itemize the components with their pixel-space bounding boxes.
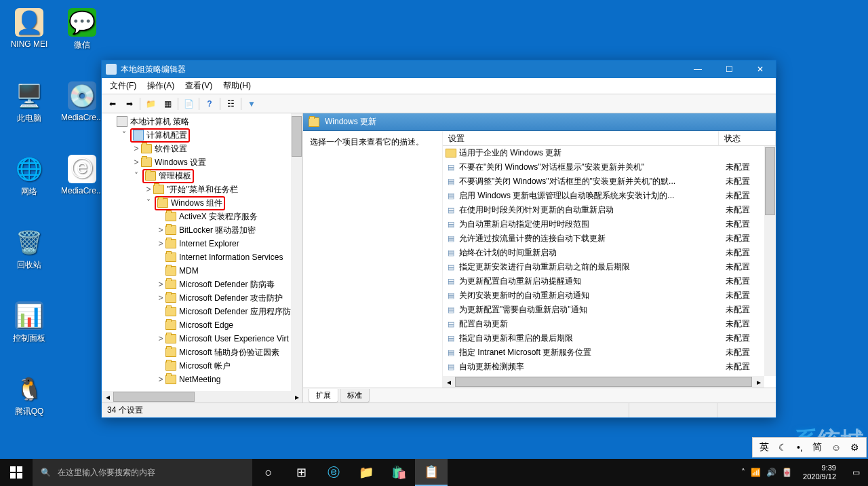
explorer-icon[interactable]: 📁 <box>350 459 382 486</box>
column-headers[interactable]: 设置 状态 <box>443 131 776 146</box>
list-item[interactable]: ▤关闭安装更新时的自动重新启动通知未配置 <box>443 288 776 303</box>
list-item[interactable]: ▤在使用时时段关闭针对更新的自动重新启动未配置 <box>443 203 776 217</box>
volume-icon[interactable]: 🔊 <box>766 468 776 477</box>
tree-item[interactable]: Microsoft 辅助身份验证因素 <box>102 345 302 359</box>
tree-item[interactable]: ˅Windows 组件 <box>102 196 302 210</box>
tree-item[interactable]: Microsoft 帐户 <box>102 359 302 373</box>
list-item[interactable]: ▤允许通过按流量计费的连接自动下载更新未配置 <box>443 231 776 246</box>
tree-item[interactable]: Microsoft Edge <box>102 318 302 332</box>
properties-button[interactable]: ☷ <box>222 96 239 111</box>
taskview-icon[interactable]: ⊞ <box>285 459 317 486</box>
menubar: 文件(F)操作(A)查看(V)帮助(H) <box>102 78 776 94</box>
list-item[interactable]: ▤为更新配置自动重新启动提醒通知未配置 <box>443 274 776 288</box>
detail-header: Windows 更新 <box>303 113 776 131</box>
close-button[interactable]: ✕ <box>745 60 776 78</box>
list-item[interactable]: 适用于企业的 Windows 更新 <box>443 146 776 160</box>
desktop-icon[interactable]: 🐧腾讯QQ <box>4 375 54 417</box>
desktop-icon[interactable]: 🌐网络 <box>4 155 54 198</box>
status-text: 34 个设置 <box>102 403 629 417</box>
tree-item[interactable]: >Windows 设置 <box>102 155 302 169</box>
system-tray[interactable]: ˄ 📶 🔊 🀄 9:39 2020/9/12 ▭ <box>741 464 868 481</box>
desktop-icon[interactable]: 👤NING MEI <box>4 8 54 49</box>
menu-item[interactable]: 查看(V) <box>180 79 218 93</box>
list-item[interactable]: ▤为更新配置"需要自动重新启动"通知未配置 <box>443 303 776 317</box>
menu-item[interactable]: 帮助(H) <box>218 79 256 93</box>
tree-item[interactable]: ActiveX 安装程序服务 <box>102 210 302 223</box>
detail-tab[interactable]: 扩展 <box>309 389 338 403</box>
list-item[interactable]: ▤不要调整"关闭 Windows"对话框里的"安装更新并关机"的默...未配置 <box>443 174 776 189</box>
tree-item[interactable]: >BitLocker 驱动器加密 <box>102 223 302 237</box>
edge-icon[interactable]: ⓔ <box>317 459 350 486</box>
statusbar: 34 个设置 <box>102 403 776 417</box>
ime-button[interactable]: •, <box>794 441 806 454</box>
notifications-icon[interactable]: ▭ <box>847 468 865 477</box>
titlebar[interactable]: 本地组策略编辑器 — ☐ ✕ <box>102 60 776 78</box>
help-button[interactable]: ? <box>201 96 218 111</box>
tree-item[interactable]: ˅管理模板 <box>102 169 302 183</box>
tree-vscroll[interactable] <box>291 113 302 391</box>
menu-item[interactable]: 操作(A) <box>142 79 180 93</box>
export-button[interactable]: 📄 <box>180 96 197 111</box>
tree-item[interactable]: >NetMeeting <box>102 373 302 386</box>
minimize-button[interactable]: — <box>682 60 713 78</box>
desktop-icon[interactable]: 💿MediaCre... <box>57 81 107 122</box>
list-item[interactable]: ▤指定更新安装进行自动重新启动之前的最后期限未配置 <box>443 260 776 274</box>
maximize-button[interactable]: ☐ <box>713 60 745 78</box>
filter-button[interactable]: ▼ <box>243 96 260 111</box>
app-icon <box>106 64 117 75</box>
ime-button[interactable]: ⚙ <box>848 441 862 454</box>
list-item[interactable]: ▤指定 Intranet Microsoft 更新服务位置未配置 <box>443 345 776 360</box>
list-item[interactable]: ▤指定自动更新和重启的最后期限未配置 <box>443 331 776 345</box>
desktop-icon[interactable]: ⓔMediaCre... <box>57 155 107 195</box>
store-icon[interactable]: 🛍️ <box>382 459 415 486</box>
back-button[interactable]: ⬅ <box>104 96 121 111</box>
list-item[interactable]: ▤为自动重新启动指定使用时时段范围未配置 <box>443 217 776 231</box>
forward-button[interactable]: ➡ <box>121 96 138 111</box>
desktop-icon[interactable]: 🖥️此电脑 <box>4 81 54 124</box>
tree-item[interactable]: >"开始"菜单和任务栏 <box>102 183 302 196</box>
cortana-icon[interactable]: ○ <box>252 459 285 486</box>
ime-button[interactable]: ☾ <box>776 441 790 454</box>
tray-chevron-icon[interactable]: ˄ <box>741 468 745 477</box>
menu-item[interactable]: 文件(F) <box>104 79 142 93</box>
tree-item[interactable]: Internet Information Services <box>102 250 302 264</box>
list-item[interactable]: ▤不要在"关闭 Windows"对话框显示"安装更新并关机"未配置 <box>443 160 776 174</box>
list-item[interactable]: ▤自动更新检测频率未配置 <box>443 360 776 374</box>
gpedit-taskbar-icon[interactable]: 📋 <box>415 459 448 486</box>
clock[interactable]: 9:39 2020/9/12 <box>797 464 842 481</box>
network-icon[interactable]: 📶 <box>751 468 761 477</box>
col-state[interactable]: 状态 <box>719 131 776 145</box>
tree-item[interactable]: >Microsoft Defender 攻击防护 <box>102 291 302 305</box>
ime-button[interactable]: ☺ <box>829 441 844 454</box>
ime-button[interactable]: 简 <box>810 440 825 455</box>
detail-pane: Windows 更新 选择一个项目来查看它的描述。 设置 状态 适用于企业的 W… <box>303 113 776 403</box>
list-item[interactable]: ▤配置自动更新未配置 <box>443 317 776 331</box>
list-item[interactable]: ▤始终在计划的时间重新启动未配置 <box>443 246 776 260</box>
desktop-icon[interactable]: 💬微信 <box>57 8 107 51</box>
ime-bar[interactable]: 英☾•,简☺⚙ <box>752 437 867 457</box>
desktop-icon[interactable]: 🗑️回收站 <box>4 228 54 271</box>
tree-hscroll[interactable]: ◂ ▸ <box>102 391 302 403</box>
tree-item[interactable]: 本地计算机 策略 <box>102 115 302 128</box>
desktop-icon[interactable]: 📊控制面板 <box>4 301 54 344</box>
show-hide-button[interactable]: ▦ <box>159 96 176 111</box>
tree-item[interactable]: >Internet Explorer <box>102 237 302 250</box>
list-vscroll[interactable] <box>764 146 776 376</box>
up-button[interactable]: 📁 <box>142 96 159 111</box>
tree-item[interactable]: MDM <box>102 264 302 278</box>
window-title: 本地组策略编辑器 <box>121 64 682 75</box>
detail-tab[interactable]: 标准 <box>340 389 370 403</box>
ime-icon[interactable]: 🀄 <box>782 468 792 477</box>
description-panel: 选择一个项目来查看它的描述。 <box>303 131 443 388</box>
tree-item[interactable]: Microsoft Defender 应用程序防 <box>102 305 302 318</box>
start-button[interactable] <box>0 459 33 486</box>
ime-button[interactable]: 英 <box>757 440 772 455</box>
tree-item[interactable]: >Microsoft User Experience Virt <box>102 332 302 345</box>
col-setting[interactable]: 设置 <box>443 131 719 145</box>
list-hscroll[interactable]: ◂ ▸ <box>443 376 764 388</box>
tree-item[interactable]: >软件设置 <box>102 142 302 155</box>
tree-item[interactable]: ˅计算机配置 <box>102 128 302 142</box>
list-item[interactable]: ▤启用 Windows 更新电源管理以自动唤醒系统来安装计划的...未配置 <box>443 189 776 203</box>
tree-item[interactable]: >Microsoft Defender 防病毒 <box>102 278 302 291</box>
search-box[interactable]: 🔍 在这里输入你要搜索的内容 <box>33 459 252 486</box>
